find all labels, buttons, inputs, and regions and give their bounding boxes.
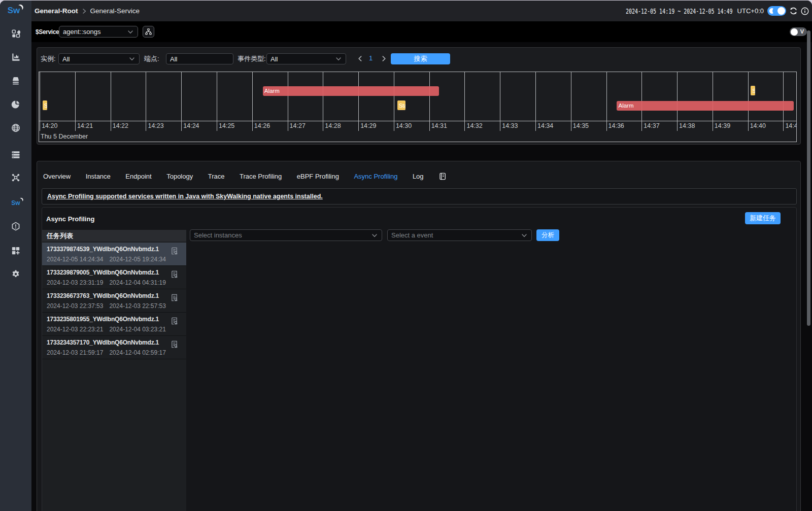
task-row[interactable]: 1733235801955_YWdlbnQ6OnNvbmdz.12024-12-… [42,313,186,336]
info-button[interactable] [801,7,809,15]
page-prev-button[interactable] [357,55,363,64]
timeline-event-sta[interactable]: Sta [397,100,407,111]
event-list-button[interactable] [438,173,446,180]
task-detail-button[interactable] [171,294,178,303]
sidebar-item-pie-chart[interactable] [0,96,31,113]
scrollbar-thumb[interactable] [807,30,810,326]
tab-endpoint[interactable]: Endpoint [125,173,151,180]
search-button[interactable]: 搜索 [391,53,450,64]
time-range-picker[interactable]: 2024-12-05 14:19 ~ 2024-12-05 14:49 [626,7,733,15]
topology-icon [11,173,20,182]
service-topology-button[interactable] [143,26,154,38]
timeline-event-alarm[interactable]: Alarm [263,86,439,96]
task-time-range: 2024-12-03 21:59:172024-12-04 02:59:17 [47,349,166,356]
timeline-axis: 14:2014:2114:2214:2314:2414:2514:2614:27… [39,121,796,131]
sidebar-item-gear[interactable] [0,265,31,283]
version-toggle-label: V [800,28,804,35]
timeline-event-s[interactable]: S [750,85,755,96]
timeline-tick-label: 14:28 [325,122,341,129]
timeline-tick-label: 14:27 [290,122,306,129]
event-select[interactable]: Select a event [387,229,532,241]
task-row[interactable]: 1733236673763_YWdlbnQ6OnNvbmdz.12024-12-… [42,289,186,313]
version-toggle[interactable]: V [790,27,807,36]
event-type-filter-select[interactable]: All [266,53,346,64]
timeline-tick-label: 14:41 [785,122,797,129]
layers-icon [11,76,20,85]
breadcrumb-root[interactable]: General-Root [35,7,78,15]
endpoint-filter-input[interactable]: All [166,53,233,64]
task-detail-button[interactable] [171,270,178,280]
timeline-tick-label: 14:40 [750,122,766,129]
sidebar-item-layers[interactable] [0,72,31,89]
timeline-tick-label: 14:38 [679,122,695,129]
sidebar-item-bar-chart[interactable] [0,49,31,66]
version-toggle-knob [791,28,798,36]
timeline-tick-label: 14:32 [466,122,482,129]
instances-select[interactable]: Select instances [190,229,382,241]
timeline-event-alarm[interactable]: Alarm [617,101,794,111]
bar-chart-icon [11,53,20,62]
task-time-range: 2024-12-03 22:23:212024-12-04 03:23:21 [47,326,166,333]
task-id: 1733234357170_YWdlbnQ6OnNvbmdz.1 [47,339,159,346]
analyze-button[interactable]: 分析 [536,229,559,241]
topbar: General-Root General-Service 2024-12-05 … [31,1,812,21]
event-filter-panel: 实例: All 端点: All 事件类型: All 1 搜索 SAlarmSta… [37,47,801,145]
dark-mode-toggle[interactable] [767,6,786,16]
timeline-event-s[interactable]: S [42,100,48,111]
sidebar-item-alert-hexagon[interactable] [0,218,31,235]
alert-hexagon-icon [11,222,20,231]
sidebar-item-globe[interactable] [0,119,31,137]
chevron-down-icon [371,232,378,239]
tab-async-profiling[interactable]: Async Profiling [354,173,397,180]
async-profiling-doc-link[interactable]: Async Profiling supported services writt… [47,193,323,200]
task-detail-button[interactable] [171,317,178,327]
timeline-tick-label: 14:37 [644,122,659,129]
pie-chart-icon [11,100,20,109]
task-row[interactable]: 1733234357170_YWdlbnQ6OnNvbmdz.12024-12-… [42,336,186,359]
service-select-value: agent::songs [63,28,127,36]
tab-overview[interactable]: Overview [43,173,71,180]
chevron-down-icon [127,29,133,35]
task-detail-button[interactable] [171,247,178,257]
task-row[interactable]: 1733239879005_YWdlbnQ6OnNvbmdz.12024-12-… [42,266,186,289]
service-label: $Service [36,28,59,36]
skywalking-logo[interactable]: Sw [0,4,31,19]
instance-filter-select[interactable]: All [58,53,140,64]
timeline-tick-label: 14:22 [113,122,128,129]
new-task-button[interactable]: 新建任务 [745,212,781,224]
sidebar-item-grid-plus[interactable] [0,242,31,259]
timeline-tick-label: 14:20 [42,122,57,129]
timeline-tick-label: 14:33 [502,122,518,129]
task-id: 1733236673763_YWdlbnQ6OnNvbmdz.1 [47,292,159,299]
instances-select-placeholder: Select instances [194,231,371,239]
refresh-button[interactable] [789,7,798,15]
chevron-down-icon [129,56,135,62]
task-time-range: 2024-12-03 22:37:532024-12-03 22:57:53 [47,302,166,310]
task-row[interactable]: 1733379874539_YWdlbnQ6OnNvbmdz.12024-12-… [42,243,186,266]
page-next-button[interactable] [381,55,387,64]
chevron-right-icon [381,55,387,62]
async-profiling-notice: Async Profiling supported services writt… [42,188,797,205]
tab-instance[interactable]: Instance [86,173,111,180]
event-timeline[interactable]: SAlarmStaAlarmS14:2014:2114:2214:2314:24… [39,72,797,142]
chevron-left-icon [357,55,363,62]
service-detail-panel: OverviewInstanceEndpointTopologyTraceTra… [37,161,801,511]
task-detail-button[interactable] [171,340,178,350]
timeline-tick-label: 14:21 [77,122,93,129]
tab-topology[interactable]: Topology [166,173,193,180]
service-select[interactable]: agent::songs [59,26,138,38]
sidebar-item-list[interactable] [0,146,31,163]
timeline-tick-label: 14:29 [360,122,376,129]
sidebar-item-skywalking[interactable]: Sw [0,194,31,212]
moon-icon [769,8,775,14]
tab-trace-profiling[interactable]: Trace Profiling [240,173,282,180]
tab-trace[interactable]: Trace [208,173,225,180]
timeline-major-label: Thu 5 December [41,133,88,140]
tab-bar: OverviewInstanceEndpointTopologyTraceTra… [43,165,446,187]
tab-ebpf-profiling[interactable]: eBPF Profiling [297,173,339,180]
sidebar-item-apps[interactable] [0,25,31,42]
breadcrumb-chevron-icon [81,8,87,14]
sidebar-item-topology[interactable] [0,169,31,186]
tab-log[interactable]: Log [413,173,424,180]
document-search-icon [171,270,178,278]
